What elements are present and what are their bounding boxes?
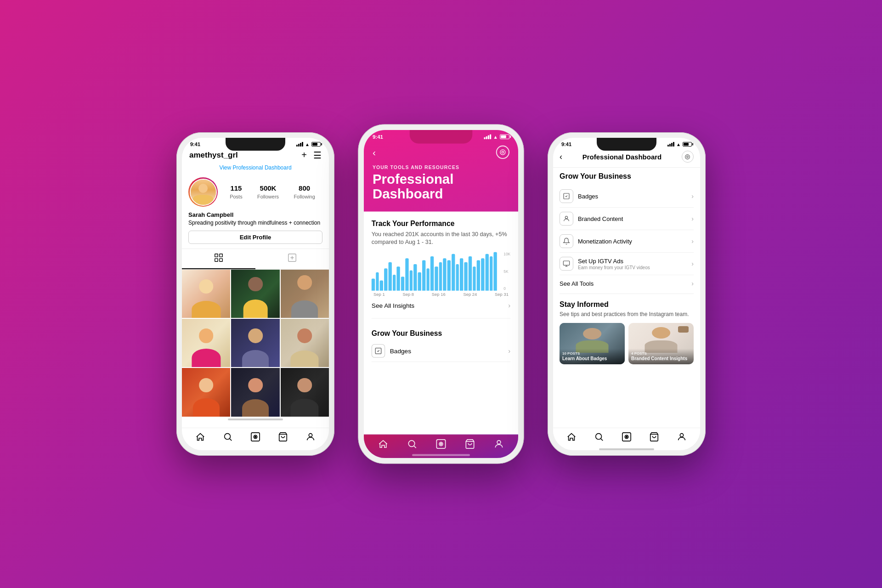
- grid-face-4: [199, 328, 214, 343]
- chevron-right-icon: ›: [508, 302, 510, 310]
- profile-username: amethyst_grl: [189, 151, 238, 160]
- nav-home[interactable]: [195, 432, 205, 445]
- grid-face-2: [248, 277, 263, 292]
- nav-home-2[interactable]: [378, 439, 388, 452]
- phones-container: 9:41 ▲ amethyst_grl: [176, 132, 706, 456]
- phone-1-screen: 9:41 ▲ amethyst_grl: [182, 138, 329, 450]
- status-icons: ▲: [296, 142, 321, 147]
- pd-row-branded[interactable]: Branded Content ›: [560, 208, 694, 230]
- nav-shop[interactable]: [278, 432, 288, 445]
- see-all-insights[interactable]: See All Insights ›: [372, 297, 510, 310]
- chart-bar: [460, 258, 463, 291]
- grid-item[interactable]: [281, 319, 329, 367]
- view-professional-dashboard-link[interactable]: View Professional Dashboard: [182, 164, 329, 175]
- grid-item[interactable]: [182, 368, 230, 416]
- card-1-posts: 10 POSTS: [562, 351, 622, 356]
- profile-stats: 115 Posts 500K Followers 800 Following: [182, 175, 329, 211]
- status-icons-3: ▲: [667, 142, 692, 147]
- pd-row-monetization[interactable]: Monetization Activity ›: [560, 230, 694, 253]
- nav-profile-3[interactable]: [677, 432, 687, 445]
- pro-title: Professional Dashboard: [373, 172, 509, 202]
- badges-icon: [372, 344, 385, 357]
- pd-card-1[interactable]: 10 POSTS Learn About Badges: [560, 323, 625, 364]
- phone-3-home-indicator: [599, 448, 654, 450]
- badges-row[interactable]: Badges ›: [372, 340, 510, 362]
- see-all-tools[interactable]: See All Tools ›: [560, 275, 694, 292]
- nav-reels[interactable]: [250, 432, 260, 445]
- chart-bar: [443, 258, 447, 291]
- wifi-icon: ▲: [305, 142, 310, 147]
- grid-person-6: [281, 319, 329, 367]
- nav-search-3[interactable]: [594, 432, 604, 445]
- grid-item[interactable]: [231, 270, 279, 318]
- grid-item[interactable]: [281, 368, 329, 416]
- chart-x-labels: Sep 1 Sep 8 Sep 16 Sep 24 Sep 31: [372, 292, 510, 297]
- grid-body-1: [192, 301, 220, 318]
- pro-header-nav: ‹: [373, 146, 509, 159]
- card-2-product: [678, 326, 689, 333]
- chart-bar: [384, 268, 387, 291]
- grid-item[interactable]: [231, 368, 279, 416]
- chart-bar: [447, 260, 451, 291]
- grid-item[interactable]: [182, 270, 230, 318]
- battery-fill: [312, 143, 317, 146]
- pd-card-2[interactable]: 4 POSTS Branded Content Insights: [628, 323, 694, 364]
- battery-icon-3: [683, 142, 692, 147]
- svg-point-25: [596, 434, 602, 440]
- grid-item[interactable]: [281, 270, 329, 318]
- section-divider: [560, 294, 694, 294]
- card-2-overlay: 4 POSTS Branded Content Insights: [628, 349, 694, 364]
- pd-row-igtv[interactable]: Set Up IGTV Ads Earn money from your IGT…: [560, 253, 694, 275]
- chart-bar: [464, 262, 468, 291]
- chart-bar: [414, 264, 417, 290]
- tab-tagged[interactable]: [255, 249, 329, 269]
- nav-shop-2[interactable]: [464, 439, 475, 452]
- chart-bar: [485, 254, 488, 291]
- edit-profile-button[interactable]: Edit Profile: [188, 231, 322, 244]
- pd-back-button[interactable]: ‹: [560, 152, 562, 162]
- pd-settings-button[interactable]: [682, 151, 694, 163]
- phone-3-bottom-nav: [553, 428, 700, 450]
- nav-search[interactable]: [223, 432, 233, 445]
- menu-icon[interactable]: ☰: [313, 150, 322, 161]
- grid-item[interactable]: [182, 319, 230, 367]
- chart-bar: [477, 260, 480, 291]
- nav-reels-2[interactable]: [435, 439, 446, 452]
- nav-reels-3[interactable]: [622, 432, 632, 445]
- pd-page-title: Professional Dashboard: [582, 153, 662, 161]
- igtv-item-sublabel: Earn money from your IGTV videos: [578, 265, 650, 270]
- status-time-2: 9:41: [373, 134, 383, 140]
- add-post-icon[interactable]: +: [301, 150, 307, 161]
- grid-body-3: [291, 300, 318, 318]
- chart-bar: [409, 271, 413, 291]
- stat-following: 800 Following: [294, 184, 315, 200]
- photo-grid: [182, 270, 329, 417]
- nav-search-2[interactable]: [407, 439, 417, 452]
- monetization-item-label: Monetization Activity: [578, 238, 632, 245]
- sb2-3: [669, 144, 671, 147]
- chart-bar: [494, 252, 497, 291]
- back-arrow[interactable]: ‹: [373, 147, 376, 158]
- nav-profile[interactable]: [305, 432, 316, 445]
- nav-profile-2[interactable]: [493, 439, 504, 452]
- nav-home-3[interactable]: [566, 432, 577, 445]
- igtv-chevron-3: ›: [691, 260, 694, 267]
- grid-body-4: [192, 349, 220, 367]
- status-icons-2: ▲: [484, 134, 510, 140]
- svg-point-21: [687, 156, 689, 158]
- settings-circle[interactable]: [496, 146, 509, 159]
- grid-person-1: [182, 270, 230, 318]
- grid-item[interactable]: [231, 319, 279, 367]
- chart-bars: [372, 252, 510, 291]
- chart-bar: [452, 254, 455, 291]
- stats-numbers: 115 Posts 500K Followers 800 Following: [222, 184, 322, 200]
- phone-2-notch: [410, 130, 473, 143]
- tab-grid[interactable]: [182, 249, 255, 269]
- pd-row-badges[interactable]: Badges ›: [560, 185, 694, 208]
- phone-2-body: 9:41 ▲: [364, 130, 518, 458]
- grid-body-8: [242, 399, 269, 417]
- chart-bar: [473, 266, 476, 291]
- chart-wrapper: 10K 5K 0: [372, 252, 510, 291]
- nav-shop-3[interactable]: [649, 432, 659, 445]
- grid-body-5: [242, 350, 269, 368]
